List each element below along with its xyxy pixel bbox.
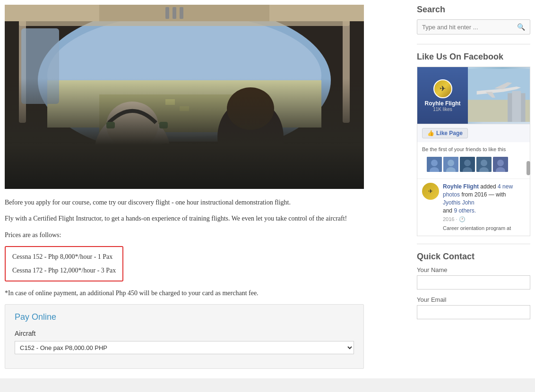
fb-thumbsup-icon: 👍 bbox=[427, 130, 434, 136]
pay-online-section: Pay Online Aircraft C152 - One pax P8,00… bbox=[5, 304, 364, 369]
fb-post-and: and bbox=[443, 207, 452, 214]
name-label: Your Name bbox=[417, 266, 530, 273]
fb-post-from: from 2016 bbox=[461, 191, 487, 198]
fb-post-action-text: added bbox=[480, 183, 496, 190]
svg-rect-24 bbox=[52, 146, 317, 170]
email-field: Your Email bbox=[417, 296, 530, 319]
fb-header-background bbox=[468, 67, 530, 124]
svg-point-14 bbox=[227, 87, 274, 130]
svg-point-27 bbox=[154, 144, 177, 168]
fb-like-btn-label: Like Page bbox=[436, 130, 463, 136]
svg-point-29 bbox=[232, 147, 250, 166]
price-box: Cessna 152 - Php 8,000*/hour - 1 Pax Ces… bbox=[5, 246, 123, 281]
fb-page-name: Royhle Flight bbox=[425, 100, 461, 107]
fb-post-page-name: Royhle Flight bbox=[443, 183, 479, 190]
fb-post-avatar: ✈ bbox=[422, 183, 439, 200]
fb-post-plane-icon: ✈ bbox=[428, 188, 433, 195]
svg-point-26 bbox=[118, 147, 137, 166]
svg-rect-3 bbox=[47, 80, 321, 128]
fb-post-header: Royhle Flight added 4 new photos from 20… bbox=[443, 183, 525, 206]
intro-p1: Before you apply for our course, come tr… bbox=[5, 197, 364, 208]
fb-post-body: Career orientation program at bbox=[443, 225, 525, 232]
price-item-1: Cessna 152 - Php 8,000*/hour - 1 Pax bbox=[12, 252, 116, 262]
fb-friend-avatars bbox=[422, 153, 525, 176]
email-label: Your Email bbox=[417, 296, 530, 303]
fb-avatar-1 bbox=[427, 157, 442, 172]
aircraft-label: Aircraft bbox=[15, 330, 354, 337]
fb-post-year: 2016 bbox=[443, 216, 454, 222]
svg-point-45 bbox=[481, 160, 487, 166]
svg-point-48 bbox=[497, 160, 504, 166]
sidebar: Search 🔍 Like Us On Facebook bbox=[412, 0, 535, 378]
fb-scrollbar[interactable] bbox=[526, 161, 530, 175]
svg-rect-23 bbox=[21, 28, 59, 104]
search-input[interactable] bbox=[417, 20, 512, 34]
svg-point-42 bbox=[464, 160, 471, 166]
aircraft-select[interactable]: C152 - One pax P8,000.00 PHP bbox=[15, 341, 354, 354]
svg-rect-16 bbox=[343, 19, 350, 123]
svg-rect-10 bbox=[106, 122, 115, 128]
fb-post-with: — with bbox=[489, 191, 506, 198]
footnote-text: *In case of online payment, an additiona… bbox=[5, 288, 364, 298]
svg-rect-20 bbox=[165, 7, 169, 19]
aircraft-field: Aircraft C152 - One pax P8,000.00 PHP bbox=[15, 330, 354, 354]
fb-avatar-3 bbox=[460, 157, 475, 172]
svg-rect-11 bbox=[159, 122, 168, 128]
svg-rect-19 bbox=[99, 5, 269, 21]
fb-plane-icon: ✈ bbox=[440, 84, 446, 93]
fb-post-person1: Jyothis John bbox=[443, 199, 475, 206]
svg-point-8 bbox=[95, 113, 170, 189]
email-input[interactable] bbox=[417, 305, 530, 319]
search-button[interactable]: 🔍 bbox=[512, 20, 530, 34]
content-area: Before you apply for our course, come tr… bbox=[5, 197, 364, 369]
fb-post-count: 4 bbox=[498, 183, 501, 190]
svg-rect-34 bbox=[512, 91, 521, 122]
intro-p2: Fly with a Certified Flight Instructor, … bbox=[5, 213, 364, 224]
svg-point-9 bbox=[106, 102, 158, 149]
price-item-2: Cessna 172 - Php 12,000*/hour - 3 Pax bbox=[12, 265, 116, 276]
hero-image bbox=[5, 5, 364, 189]
svg-point-13 bbox=[217, 99, 284, 175]
aircraft-select-row: C152 - One pax P8,000.00 PHP bbox=[15, 341, 354, 354]
fb-avatar-5 bbox=[493, 157, 508, 172]
svg-point-25 bbox=[90, 147, 109, 166]
fb-likes-count: 11K likes bbox=[433, 107, 452, 112]
facebook-section: Like Us On Facebook bbox=[417, 52, 530, 236]
separator-1 bbox=[417, 44, 530, 44]
fb-widget: ✈ Royhle Flight 11K likes 👍 Like Page bbox=[417, 67, 530, 236]
prices-label: Prices are as follows: bbox=[5, 230, 364, 240]
search-title: Search bbox=[417, 5, 530, 15]
fb-friends-text: Be the first of your friends to like thi… bbox=[422, 146, 506, 152]
fb-post-meta: 2016 · 🕐 bbox=[443, 216, 525, 223]
svg-point-28 bbox=[191, 144, 215, 168]
pay-online-title: Pay Online bbox=[15, 312, 354, 322]
svg-point-36 bbox=[431, 160, 438, 166]
svg-rect-21 bbox=[173, 7, 176, 19]
name-field: Your Name bbox=[417, 266, 530, 290]
fb-like-row: 👍 Like Page bbox=[417, 124, 530, 142]
search-section: Search 🔍 bbox=[417, 5, 530, 34]
svg-point-2 bbox=[47, 14, 321, 137]
svg-rect-6 bbox=[180, 106, 189, 111]
search-icon: 🔍 bbox=[517, 23, 525, 31]
fb-page-left: ✈ Royhle Flight 11K likes bbox=[417, 67, 468, 124]
svg-point-12 bbox=[90, 156, 175, 189]
fb-friends-section: Be the first of your friends to like thi… bbox=[417, 142, 530, 179]
fb-widget-inner: ✈ Royhle Flight 11K likes 👍 Like Page bbox=[417, 67, 530, 236]
search-box: 🔍 bbox=[417, 19, 530, 34]
fb-post-others-line: and 9 others. bbox=[443, 207, 525, 215]
main-content: Before you apply for our course, come tr… bbox=[0, 0, 412, 378]
fb-avatar-2 bbox=[443, 157, 458, 172]
fb-post: ✈ Royhle Flight added 4 new photos bbox=[417, 179, 530, 236]
quick-contact-section: Quick Contact Your Name Your Email bbox=[417, 252, 530, 319]
quick-contact-title: Quick Contact bbox=[417, 252, 530, 262]
fb-like-page-button[interactable]: 👍 Like Page bbox=[422, 128, 468, 138]
svg-point-39 bbox=[448, 160, 454, 166]
separator-2 bbox=[417, 244, 530, 244]
fb-avatar-4 bbox=[476, 157, 492, 172]
svg-point-30 bbox=[260, 147, 279, 166]
svg-rect-4 bbox=[99, 94, 269, 132]
fb-page-icon: ✈ bbox=[433, 79, 452, 98]
name-input[interactable] bbox=[417, 275, 530, 290]
svg-rect-5 bbox=[165, 99, 175, 105]
